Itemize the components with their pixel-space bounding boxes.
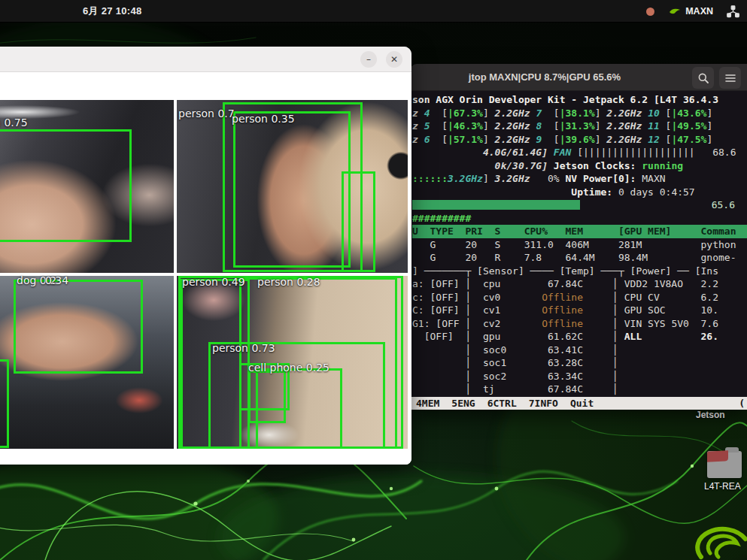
folder-flap-decoration [707, 450, 728, 462]
terminal-line: ] ───────┬ [Sensor] ──── [Temp] ───┬ [Po… [412, 265, 747, 278]
terminal-line: c: [OFF] │ cv0 Offline │ CPU CV 6.2 [412, 291, 747, 304]
terminal-window: jtop MAXN|CPU 8.7%|GPU 65.6% son AGX Ori… [410, 64, 747, 410]
minimize-button[interactable]: – [360, 51, 377, 68]
nvidia-mini-icon [668, 7, 682, 17]
camera-window-titlebar[interactable]: – ✕ [0, 47, 411, 72]
terminal-line: │ soc2 63.34C │ [412, 370, 747, 383]
terminal-line: [OFF] │ gpu 61.62C │ ALL 26. [412, 330, 747, 344]
terminal-line: z 5 [|46.3%] 2.2GHz 8 [|31.3%] 2.2GHz 11… [412, 120, 747, 133]
footer-menu-item[interactable]: Quit [570, 397, 594, 410]
terminal-line: │ soc0 63.41C │ [412, 344, 747, 357]
desktop: { "topbar": { "clock": "6月 27 10:48", "p… [0, 0, 747, 560]
terminal-line: son AGX Orin Developer Kit - Jetpack 6.2… [412, 93, 747, 107]
terminal-line: z 4 [|67.3%] 2.2GHz 7 [|38.1%] 2.2GHz 10… [412, 107, 747, 120]
search-icon [697, 72, 709, 84]
terminal-line: G 20 S 311.0 406M 281M python [412, 238, 747, 252]
camera-view-bottom-right [177, 276, 408, 449]
l4t-readme-folder-label[interactable]: L4T-REA [704, 481, 747, 492]
footer-menu-item[interactable]: 5ENG [451, 397, 475, 410]
terminal-line: a: [OFF] │ cpu 67.84C │ VDD2 1V8AO 2.2 [412, 277, 747, 291]
gnome-top-bar: 6月 27 10:48 MAXN [0, 0, 747, 23]
power-mode-label: MAXN [685, 6, 713, 17]
terminal-title: jtop MAXN|CPU 8.7%|GPU 65.6% [410, 64, 679, 91]
terminal-footer: 4MEM5ENG6CTRL7INFOQuit( [410, 397, 747, 410]
camera-grid [0, 100, 408, 449]
terminal-line: ::::::3.2GHz] 3.2GHz 0% NV Power[0]: MAX… [412, 172, 747, 186]
terminal-line: │ soc1 63.28C │ [412, 356, 747, 370]
terminal-line: C: [OFF] │ cv1 Offline │ GPU SOC 10. [412, 304, 747, 317]
nvidia-logo [691, 522, 747, 560]
terminal-menu-button[interactable] [719, 67, 741, 89]
camera-detection-window: – ✕ person 0.75person 0.7person 0.35dog … [0, 47, 411, 465]
footer-menu-item[interactable]: 6CTRL [487, 397, 517, 410]
desktop-icon-label-partial[interactable]: Jetson [696, 410, 725, 420]
terminal-line: U TYPE PRI S CPU% MEM [GPU MEM] Comman [412, 225, 747, 238]
terminal-line: G 20 R 7.8 64.4M 98.4M gnome- [412, 251, 747, 265]
camera-view-top-left [0, 100, 174, 273]
terminal-footer-right: ( [739, 397, 745, 410]
camera-view-top-right [177, 100, 408, 273]
camera-window-content: person 0.75person 0.7person 0.35dog 0.20… [0, 72, 411, 465]
footer-menu-item[interactable]: 7INFO [529, 397, 558, 410]
terminal-line: │ tj 67.84C │ [412, 383, 747, 396]
close-button[interactable]: ✕ [386, 51, 402, 68]
terminal-titlebar[interactable]: jtop MAXN|CPU 8.7%|GPU 65.6% [410, 64, 747, 91]
recording-indicator-icon[interactable] [646, 8, 654, 16]
terminal-line: 65.6 [412, 198, 747, 212]
system-tray: MAXN [646, 0, 739, 23]
terminal-line: z 6 [|57.1%] 2.2GHz 9 [|39.6%] 2.2GHz 12… [412, 133, 747, 147]
terminal-line: 0k/30.7G] Jetson Clocks: running [412, 159, 747, 173]
terminal-line: Uptime: 0 days 0:4:57 [412, 186, 747, 199]
footer-menu-item[interactable]: 4MEM [416, 397, 439, 410]
terminal-line: G1: [OFF │ cv2 Offline │ VIN SYS 5V0 7.6 [412, 317, 747, 331]
terminal-body[interactable]: son AGX Orin Developer Kit - Jetpack 6.2… [410, 91, 747, 397]
l4t-readme-folder-icon[interactable] [707, 451, 742, 478]
camera-view-bottom-left [0, 276, 174, 449]
power-mode-indicator[interactable]: MAXN [668, 6, 713, 17]
terminal-line: 4.0G/61.4G] FAN [||||||||||||||||||| 68.… [412, 146, 747, 159]
terminal-search-button[interactable] [692, 67, 714, 89]
network-topology-icon[interactable] [727, 5, 739, 18]
clock-date[interactable]: 6月 27 10:48 [83, 0, 141, 23]
terminal-line: ########## [412, 212, 747, 226]
hamburger-menu-icon [725, 74, 736, 83]
